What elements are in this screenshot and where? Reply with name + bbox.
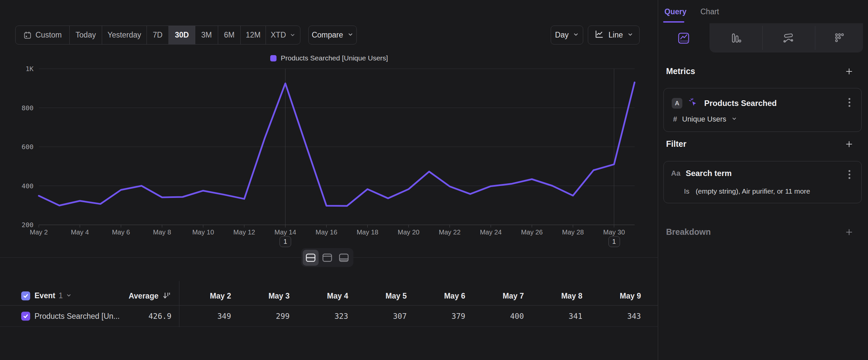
filter-card-main-row: Aa Search term bbox=[671, 169, 732, 178]
series-line bbox=[39, 82, 634, 206]
metric-options-kebab-icon[interactable] bbox=[848, 97, 851, 109]
chevron-down-icon bbox=[732, 115, 737, 123]
tab-chart[interactable]: Chart bbox=[700, 7, 719, 16]
series-average-value: 426.9 bbox=[105, 306, 172, 327]
x-axis-label: May 4 bbox=[71, 228, 89, 236]
table-header-row: Event 1 Average May 2May 3May 4May 5May … bbox=[0, 286, 658, 306]
x-axis-label: May 2 bbox=[30, 228, 48, 236]
x-axis-label: May 22 bbox=[439, 228, 461, 236]
y-axis-label: 800 bbox=[22, 104, 33, 112]
date-cell-value: 349 bbox=[178, 306, 231, 327]
flows-icon bbox=[781, 31, 796, 46]
x-axis-label: May 6 bbox=[112, 228, 130, 236]
date-cell-value: 341 bbox=[529, 306, 583, 327]
date-column-header: May 9 bbox=[588, 286, 641, 306]
metrics-heading: Metrics bbox=[666, 66, 695, 76]
split-view-button[interactable] bbox=[303, 250, 319, 266]
event-column-header[interactable]: Event 1 bbox=[34, 286, 72, 305]
plus-icon bbox=[844, 139, 854, 149]
chart-only-view-button[interactable] bbox=[319, 250, 335, 266]
flows-tab[interactable] bbox=[781, 31, 796, 46]
x-axis-label: May 24 bbox=[480, 228, 502, 236]
table-only-view-button[interactable] bbox=[336, 250, 352, 266]
add-breakdown-button[interactable] bbox=[844, 227, 854, 237]
bar-chart-tab[interactable] bbox=[728, 31, 743, 46]
x-axis-label: May 14 bbox=[275, 228, 297, 236]
y-axis-label: 200 bbox=[22, 221, 33, 229]
insights-line-icon bbox=[676, 31, 691, 46]
select-all-checkbox[interactable] bbox=[21, 291, 30, 300]
trend-chart: 1K800600400200May 2May 4May 6May 8May 10… bbox=[0, 0, 658, 259]
metric-letter-badge: A bbox=[672, 98, 682, 109]
date-column-header: May 3 bbox=[237, 286, 290, 306]
add-metric-button[interactable] bbox=[844, 66, 854, 76]
date-cell-value: 400 bbox=[471, 306, 524, 327]
property-type-icon: Aa bbox=[671, 169, 680, 178]
tab-divider bbox=[815, 26, 815, 50]
date-cell-value: 299 bbox=[237, 306, 290, 327]
tab-query[interactable]: Query bbox=[664, 7, 686, 16]
date-cell-value: 343 bbox=[588, 306, 641, 327]
filter-card[interactable]: Aa Search term Is (empty string), Air pu… bbox=[663, 161, 862, 203]
filter-condition-row[interactable]: Is (empty string), Air purifier, or 11 m… bbox=[684, 187, 810, 195]
event-label: Event bbox=[34, 291, 55, 300]
x-axis-label: May 26 bbox=[521, 228, 543, 236]
metric-card-main-row: A Products Searched bbox=[672, 97, 777, 110]
x-axis-label: May 20 bbox=[398, 228, 420, 236]
filter-options-kebab-icon[interactable] bbox=[848, 169, 851, 181]
x-axis-label: May 8 bbox=[153, 228, 171, 236]
date-cell-value: 307 bbox=[354, 306, 407, 327]
annotation-badge[interactable]: 1 bbox=[279, 236, 291, 247]
table-column-divider bbox=[179, 281, 179, 327]
retention-tab[interactable] bbox=[831, 31, 846, 46]
query-panel: Query Chart Metrics bbox=[658, 0, 868, 360]
x-axis-label: May 12 bbox=[234, 228, 255, 236]
y-axis-label: 400 bbox=[22, 182, 33, 190]
chart-only-view-icon bbox=[322, 253, 333, 262]
split-view-icon bbox=[305, 253, 316, 262]
y-axis-label: 1K bbox=[26, 65, 33, 73]
date-column-header: May 5 bbox=[354, 286, 407, 306]
filter-operator: Is bbox=[684, 187, 689, 195]
chevron-down-icon bbox=[66, 291, 72, 300]
event-pointer-icon bbox=[688, 97, 699, 110]
tab-divider bbox=[762, 26, 763, 50]
x-axis-label: May 18 bbox=[357, 228, 379, 236]
plus-icon bbox=[844, 66, 854, 76]
metric-card[interactable]: A Products Searched # Unique Users bbox=[663, 88, 862, 132]
date-column-header: May 2 bbox=[178, 286, 231, 306]
active-tab-underline bbox=[663, 21, 684, 23]
annotation-badge[interactable]: 1 bbox=[609, 236, 620, 247]
event-count: 1 bbox=[59, 291, 63, 300]
chart-type-tabs bbox=[658, 23, 868, 53]
x-axis-label: May 16 bbox=[316, 228, 338, 236]
check-icon bbox=[23, 293, 29, 299]
filter-property-name: Search term bbox=[686, 169, 732, 178]
report-pane: CustomTodayYesterday7D30D3M6M12MXTD Comp… bbox=[0, 0, 658, 360]
view-toggle-group bbox=[301, 248, 353, 267]
metric-aggregation-row[interactable]: # Unique Users bbox=[673, 115, 737, 123]
breakdown-heading: Breakdown bbox=[666, 227, 711, 237]
y-axis-label: 600 bbox=[22, 143, 33, 151]
metric-event-name: Products Searched bbox=[704, 99, 777, 108]
analytics-app: CustomTodayYesterday7D30D3M6M12MXTD Comp… bbox=[0, 0, 868, 360]
date-column-header: May 8 bbox=[529, 286, 583, 306]
x-axis-label: May 10 bbox=[192, 228, 214, 236]
average-column-header[interactable]: Average bbox=[92, 286, 158, 306]
sort-icon[interactable] bbox=[162, 291, 171, 302]
table-row: Products Searched [Un... 426.9 349299323… bbox=[0, 306, 658, 327]
aggregation-label: Unique Users bbox=[682, 115, 726, 123]
date-column-header: May 4 bbox=[295, 286, 348, 306]
insights-line-tab[interactable] bbox=[676, 31, 691, 46]
add-filter-button[interactable] bbox=[844, 139, 854, 149]
count-type-icon: # bbox=[673, 115, 677, 123]
x-axis-label: May 30 bbox=[603, 228, 625, 236]
table-only-view-icon bbox=[339, 253, 349, 262]
bar-chart-icon bbox=[728, 31, 743, 46]
filter-value: (empty string), Air purifier, or 11 more bbox=[695, 187, 810, 195]
filter-heading: Filter bbox=[666, 139, 686, 149]
retention-icon bbox=[831, 31, 846, 46]
series-checkbox[interactable] bbox=[21, 311, 30, 321]
date-cell-value: 379 bbox=[412, 306, 465, 327]
panel-tabs: Query Chart bbox=[664, 0, 719, 23]
